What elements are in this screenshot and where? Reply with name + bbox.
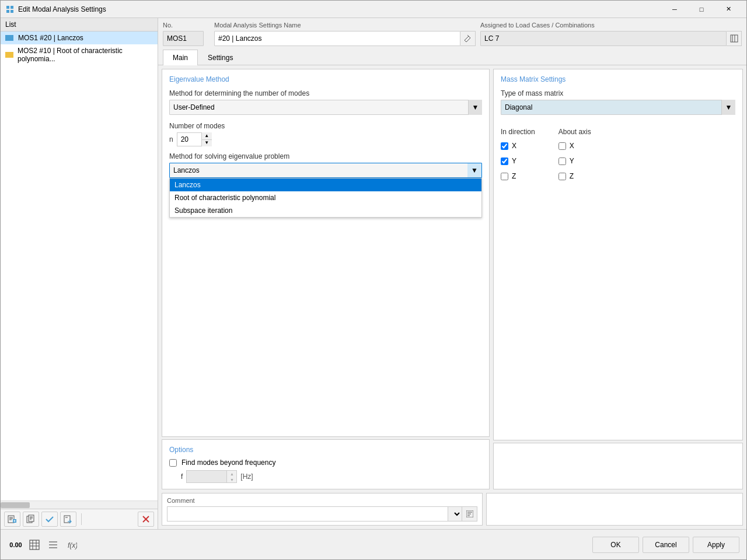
scroll-thumb[interactable] xyxy=(1,502,30,508)
tab-main[interactable]: Main xyxy=(163,50,198,65)
svg-rect-29 xyxy=(30,540,39,550)
mass-type-select-wrapper: Diagonal Consistent ▼ xyxy=(501,100,735,115)
left-panel: List MOS1 #20 | Lanczos MOS2 #10 | Root … xyxy=(1,18,158,529)
in-direction-header: In direction xyxy=(501,128,535,136)
left-panel-footer xyxy=(1,509,158,529)
zero-button[interactable]: 0.00 xyxy=(8,537,24,552)
list-button[interactable] xyxy=(45,537,61,552)
dir-x-label: X xyxy=(512,142,516,150)
about-axis-header: About axis xyxy=(558,128,591,136)
solve-option-subspace[interactable]: Subspace iteration xyxy=(170,204,481,217)
solve-option-root[interactable]: Root of characteristic polynomial xyxy=(170,191,481,204)
check-button[interactable] xyxy=(41,512,58,527)
solve-dropdown-selected[interactable]: Lanczos ▼ xyxy=(169,163,482,178)
top-sections: Eigenvalue Method Method for determining… xyxy=(158,65,746,493)
content-area: List MOS1 #20 | Lanczos MOS2 #10 | Root … xyxy=(1,18,746,529)
bottom-right-buttons: OK Cancel Apply xyxy=(592,537,739,553)
formula-button[interactable]: f(x) xyxy=(64,537,80,552)
right-col: Mass Matrix Settings Type of mass matrix… xyxy=(490,65,746,493)
cancel-button[interactable]: Cancel xyxy=(643,537,689,553)
duplicate-button[interactable] xyxy=(23,512,39,527)
name-edit-button[interactable] xyxy=(460,31,476,46)
list-item[interactable]: MOS1 #20 | Lanczos xyxy=(1,32,158,44)
new-item-button[interactable] xyxy=(4,512,20,527)
apply-button[interactable]: Apply xyxy=(693,537,739,553)
axis-x-label: X xyxy=(570,142,574,150)
dir-x-checkbox[interactable] xyxy=(501,142,508,150)
axis-y-checkbox[interactable] xyxy=(558,158,566,165)
comment-dropdown[interactable] xyxy=(448,506,462,522)
table-button[interactable] xyxy=(26,537,43,552)
freq-row: f ▲ ▼ [Hz] xyxy=(181,470,482,483)
mass-type-label: Type of mass matrix xyxy=(501,89,735,97)
dir-y-row: Y xyxy=(501,157,535,165)
comment-label: Comment xyxy=(167,497,477,504)
name-input-wrapper xyxy=(214,31,476,46)
assigned-input-wrapper xyxy=(480,31,742,46)
freq-down-button[interactable]: ▼ xyxy=(227,477,236,482)
assigned-input[interactable] xyxy=(480,31,727,46)
options-box: Options Find modes beyond frequency f xyxy=(162,439,490,489)
axis-x-checkbox[interactable] xyxy=(558,142,566,150)
name-input[interactable] xyxy=(214,31,460,46)
minimize-button[interactable]: ─ xyxy=(661,1,688,18)
comment-input-row xyxy=(167,506,477,522)
no-input[interactable] xyxy=(163,31,204,46)
import-button[interactable] xyxy=(60,512,76,527)
zero-label: 0.00 xyxy=(9,541,22,548)
table-icon xyxy=(29,540,40,550)
n-label: n xyxy=(169,135,173,144)
ok-button[interactable]: OK xyxy=(592,537,639,553)
solve-dropdown-arrow[interactable]: ▼ xyxy=(467,163,481,177)
options-content: Options Find modes beyond frequency f xyxy=(162,440,489,489)
svg-rect-0 xyxy=(6,6,9,9)
freq-input[interactable] xyxy=(186,470,227,483)
comment-edit-button[interactable] xyxy=(462,506,477,522)
dir-y-checkbox[interactable] xyxy=(501,158,508,165)
method-select-wrapper: User-Defined Automatic ▼ xyxy=(169,100,482,115)
axis-y-label: Y xyxy=(570,157,574,165)
dir-y-label: Y xyxy=(512,157,516,165)
comment-input[interactable] xyxy=(167,506,448,522)
top-form-row: No. Modal Analysis Settings Name Assigne… xyxy=(158,18,746,50)
no-group: No. xyxy=(163,22,210,46)
in-direction-col: In direction X Y xyxy=(501,128,535,184)
tab-settings[interactable]: Settings xyxy=(198,50,243,65)
svg-rect-22 xyxy=(731,35,738,42)
modes-up-button[interactable]: ▲ xyxy=(202,132,212,140)
freq-up-button[interactable]: ▲ xyxy=(227,471,236,477)
list-icon xyxy=(48,540,58,550)
maximize-button[interactable]: □ xyxy=(688,1,715,18)
mass-type-select[interactable]: Diagonal Consistent xyxy=(501,100,735,115)
dir-z-label: Z xyxy=(512,172,516,180)
left-col: Eigenvalue Method Method for determining… xyxy=(158,65,490,493)
solve-dropdown: Lanczos ▼ Lanczos Root of characteristic… xyxy=(169,163,482,178)
solve-selected-text: Lanczos xyxy=(173,166,200,174)
item-icon-blue xyxy=(5,34,15,41)
find-modes-checkbox[interactable] xyxy=(169,459,177,467)
modes-down-button[interactable]: ▼ xyxy=(202,140,212,147)
comment-right-spacer xyxy=(486,493,743,526)
method-select[interactable]: User-Defined Automatic xyxy=(169,100,482,115)
solve-dropdown-options: Lanczos Root of characteristic polynomia… xyxy=(169,178,482,218)
item-icon-yellow xyxy=(5,51,14,58)
delete-button[interactable] xyxy=(138,512,154,527)
app-icon xyxy=(5,5,15,14)
svg-text:f(x): f(x) xyxy=(68,541,77,550)
assigned-edit-button[interactable] xyxy=(727,31,742,46)
svg-rect-1 xyxy=(11,6,13,9)
options-box-right xyxy=(493,443,743,489)
axis-z-checkbox[interactable] xyxy=(558,173,566,180)
bottom-left-icons: 0.00 f(x) xyxy=(8,537,80,552)
comment-left: Comment xyxy=(162,493,483,526)
close-button[interactable]: ✕ xyxy=(715,1,742,18)
dir-z-checkbox[interactable] xyxy=(501,173,508,180)
list-item[interactable]: MOS2 #10 | Root of characteristic polyno… xyxy=(1,44,158,65)
solve-option-lanczos[interactable]: Lanczos xyxy=(170,178,481,191)
find-modes-row: Find modes beyond frequency xyxy=(169,459,482,467)
comment-area: Comment xyxy=(158,493,746,529)
about-axis-col: About axis X Y xyxy=(558,128,591,184)
assigned-label: Assigned to Load Cases / Combinations xyxy=(480,22,742,29)
list-item-label: MOS1 #20 | Lanczos xyxy=(18,34,83,42)
mass-title: Mass Matrix Settings xyxy=(501,75,735,83)
